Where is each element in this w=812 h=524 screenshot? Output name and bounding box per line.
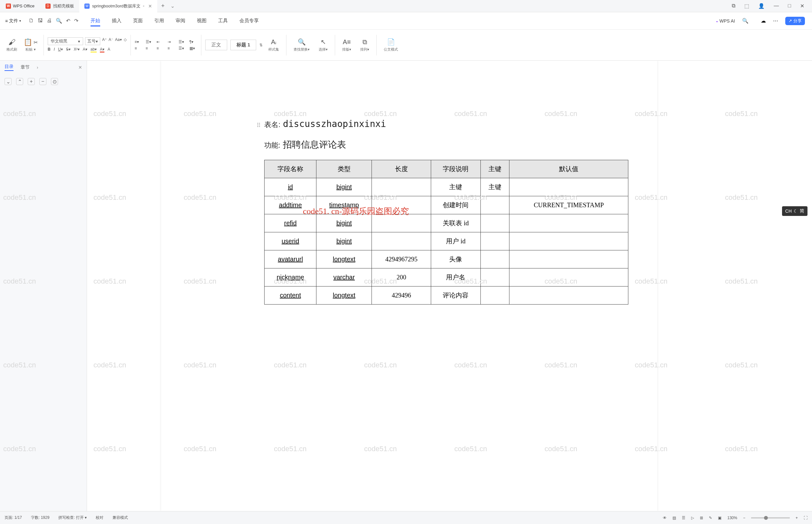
tab-home[interactable]: 开始 (90, 13, 100, 28)
zoom-value[interactable]: 130% (727, 515, 737, 520)
clear-format-icon[interactable]: ◇ (124, 37, 127, 45)
tab-reference[interactable]: 引用 (154, 13, 164, 28)
print-icon[interactable]: 🖨 (47, 18, 52, 24)
expand-icon[interactable]: ⌃ (16, 78, 23, 85)
tab-expand-icon[interactable]: ▫ (143, 3, 145, 9)
eye-icon[interactable]: 👁 (663, 515, 667, 520)
shrink-font-icon[interactable]: A⁻ (109, 37, 113, 45)
find-replace-button[interactable]: 🔍 查找替换▾ (290, 38, 313, 52)
style-heading1[interactable]: 标题 1 (230, 39, 256, 50)
line-spacing-icon[interactable]: ☰▾ (179, 46, 186, 51)
grid-view-icon[interactable]: ⊞ (700, 515, 703, 520)
note-icon[interactable]: ✎ (709, 515, 712, 520)
maximize-button[interactable]: □ (788, 3, 791, 9)
new-icon[interactable]: 🗋 (29, 18, 34, 24)
highlight-button[interactable]: ab▾ (90, 47, 97, 52)
layout-button[interactable]: ⧉ 排列▾ (357, 38, 372, 52)
style-more-icon[interactable]: ⇅ (260, 43, 263, 47)
italic-button[interactable]: I (54, 47, 55, 52)
paste-group[interactable]: 📋 ✂ 粘贴 ▾ (21, 38, 40, 52)
tab-insert[interactable]: 插入 (112, 13, 121, 28)
zoom-slider[interactable] (751, 517, 790, 519)
fullscreen-icon[interactable]: ⛶ (803, 515, 808, 520)
bold-button[interactable]: B (48, 47, 51, 52)
doc-mode-button[interactable]: 📄 公文模式 (381, 38, 401, 52)
read-mode-icon[interactable]: ▣ (718, 515, 722, 520)
close-button[interactable]: ✕ (800, 3, 804, 9)
cube-icon[interactable]: ⬚ (744, 3, 749, 9)
show-marks-icon[interactable]: ¶▾ (189, 39, 197, 44)
status-compat[interactable]: 兼容模式 (113, 515, 128, 521)
font-size-select[interactable]: 五号 ▾ (85, 37, 100, 45)
tab-review[interactable]: 审阅 (176, 13, 185, 28)
collapse-icon[interactable]: ⌄ (4, 78, 12, 85)
share-button[interactable]: ↗ 分享 (785, 17, 805, 25)
zoom-out-icon[interactable]: − (743, 515, 745, 520)
more-icon[interactable]: ⋯ (773, 18, 778, 24)
status-words[interactable]: 字数: 1929 (31, 515, 49, 521)
locate-icon[interactable]: ⊙ (51, 78, 58, 85)
sort-icon[interactable]: ☰▾ (179, 39, 186, 44)
save-icon[interactable]: 🖫 (38, 18, 43, 24)
tab-template[interactable]: D 找稻壳模板 (40, 0, 79, 12)
cut-icon[interactable]: ✂ (34, 39, 38, 46)
align-right-icon[interactable]: ≡ (156, 46, 164, 51)
close-icon[interactable]: ✕ (148, 3, 152, 9)
zoom-thumb[interactable] (764, 516, 768, 520)
change-case-icon[interactable]: Aa▾ (115, 37, 122, 45)
redo-icon[interactable]: ↷ (74, 18, 78, 24)
remove-icon[interactable]: − (39, 78, 46, 85)
text-color-button[interactable]: A▾ (100, 47, 104, 52)
justify-icon[interactable]: ≡ (168, 46, 175, 51)
zoom-in-icon[interactable]: + (796, 515, 798, 520)
tab-member[interactable]: 会员专享 (239, 13, 259, 28)
format-painter-group[interactable]: 🖌 格式刷 (4, 38, 19, 52)
strike-button[interactable]: S̶▾ (66, 47, 70, 52)
nav-tab-outline[interactable]: 目录 (4, 64, 14, 71)
file-menu[interactable]: ≡ 文件 ▾ (3, 18, 23, 24)
search-icon[interactable]: 🔍 (742, 18, 748, 24)
grow-font-icon[interactable]: A⁺ (102, 37, 107, 45)
close-icon[interactable]: ✕ (78, 65, 82, 70)
window-tab-icon[interactable]: ⧉ (732, 3, 735, 9)
tab-document[interactable]: W springbootm3ord数据库文 ▫ ✕ (79, 0, 157, 12)
add-icon[interactable]: + (28, 78, 35, 85)
style-set-button[interactable]: Aᵢ 样式集 (265, 38, 282, 52)
shading-icon[interactable]: ▦▾ (189, 46, 197, 51)
document-area[interactable]: ⠿ 表名: discusszhaopinxinxi 功能: 招聘信息评论表 字段… (87, 61, 802, 511)
superscript-button[interactable]: X²▾ (74, 47, 80, 52)
chevron-right-icon[interactable]: › (37, 65, 38, 70)
tab-menu-dropdown[interactable]: ⌄ (170, 3, 175, 9)
status-page[interactable]: 页面: 1/17 (4, 515, 22, 521)
font-family-select[interactable]: 华文细黑 ▾ (48, 37, 83, 45)
underline-button[interactable]: U▾ (58, 47, 63, 52)
style-normal[interactable]: 正文 (205, 39, 227, 50)
align-left-icon[interactable]: ≡ (135, 46, 143, 51)
avatar-icon[interactable]: 👤 (758, 3, 765, 9)
status-proof[interactable]: 校对 (96, 515, 103, 521)
arrange-button[interactable]: A≡ 排版▾ (339, 38, 354, 52)
minimize-button[interactable]: — (774, 3, 779, 9)
tab-view[interactable]: 视图 (197, 13, 206, 28)
drag-handle-icon[interactable]: ⠿ (256, 122, 261, 129)
tab-page[interactable]: 页面 (133, 13, 143, 28)
select-button[interactable]: ↖ 选择▾ (315, 38, 331, 52)
undo-icon[interactable]: ↶ (66, 18, 70, 24)
wps-ai-button[interactable]: ⬩ WPS AI (716, 18, 735, 23)
tab-tools[interactable]: 工具 (218, 13, 228, 28)
preview-icon[interactable]: 🔍 (56, 18, 62, 24)
bullet-list-icon[interactable]: ≡▾ (135, 39, 143, 44)
outline-view-icon[interactable]: ☰ (682, 515, 685, 520)
add-tab-button[interactable]: + (157, 3, 168, 9)
char-shading-button[interactable]: A (107, 47, 110, 52)
cloud-icon[interactable]: ☁ (761, 18, 766, 24)
indent-increase-icon[interactable]: ⇥ (168, 39, 175, 44)
font-color-button[interactable]: A▾ (83, 47, 87, 52)
play-icon[interactable]: ▷ (691, 515, 694, 520)
number-list-icon[interactable]: ☰▾ (146, 39, 153, 44)
status-spell[interactable]: 拼写检查: 打开 ▾ (58, 515, 87, 521)
align-center-icon[interactable]: ≡ (146, 46, 153, 51)
indent-decrease-icon[interactable]: ⇤ (156, 39, 164, 44)
nav-tab-chapter[interactable]: 章节 (21, 64, 30, 70)
page-view-icon[interactable]: ▤ (673, 515, 676, 520)
